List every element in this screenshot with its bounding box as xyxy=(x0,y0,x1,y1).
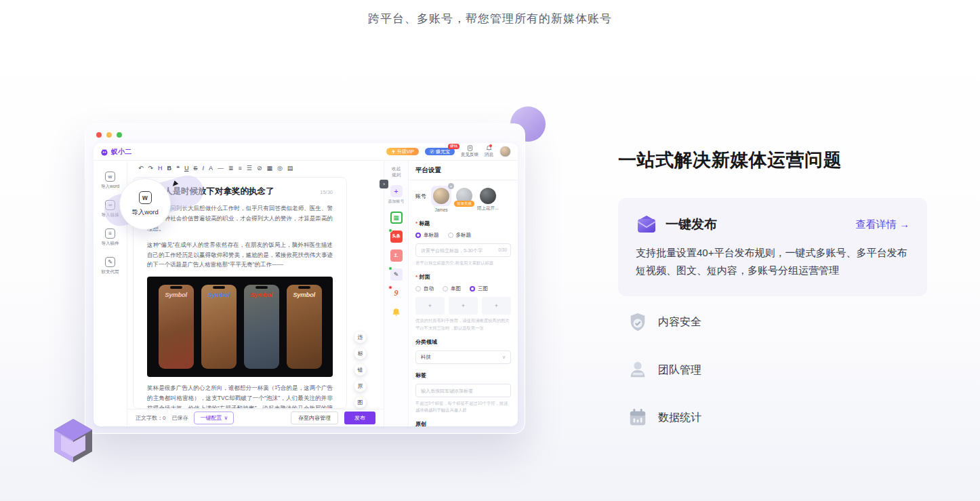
indent-icon[interactable]: ☰ xyxy=(247,165,252,172)
cover-upload-2[interactable]: + xyxy=(449,297,478,315)
image-insert-icon[interactable]: ▦ xyxy=(266,165,272,172)
banned-word-check-button[interactable]: 违 xyxy=(354,332,366,343)
search-icon[interactable]: ◎ xyxy=(277,165,283,172)
cover-upload-3[interactable]: + xyxy=(482,297,511,315)
close-window-button[interactable] xyxy=(96,132,102,138)
doc-settings-icon[interactable]: ▤ xyxy=(287,165,293,172)
cover-section-label: 封面 xyxy=(419,273,430,281)
editor-toolbar[interactable]: ↶ ↷ H B ❝ U S I A — ≣ ≡ ☰ ⊘ ▦ ◎ ▤ xyxy=(127,161,384,176)
image-library-button[interactable]: 图 xyxy=(354,397,366,408)
heading-icon[interactable]: H xyxy=(158,165,163,172)
minimize-window-button[interactable] xyxy=(106,132,112,138)
radio-cover-auto[interactable]: 自动 xyxy=(415,285,434,292)
divider-icon[interactable]: — xyxy=(218,165,224,172)
feature-title: 一键发布 xyxy=(666,216,717,233)
cover-hint-1: 优质的封面有利于推荐，请使用清晰度较高的图片 xyxy=(415,317,511,323)
import-word-callout[interactable]: w 导入word xyxy=(119,178,171,230)
platform-icon-baijia-selected[interactable]: ✎ xyxy=(390,268,403,281)
login-expired-badge: 登录失效 xyxy=(454,201,474,207)
ordered-list-icon[interactable]: ≣ xyxy=(228,165,234,172)
strikethrough-icon[interactable]: S xyxy=(193,165,197,172)
collapse-panel-button[interactable]: › xyxy=(380,180,388,188)
font-color-icon[interactable]: A xyxy=(209,165,213,172)
app-logo: 蚁小二 xyxy=(100,147,131,157)
view-details-link[interactable]: 查看详情 → xyxy=(856,218,910,231)
account-james[interactable]: × James xyxy=(431,186,451,212)
editor-footer: 正文字数：0 已保存 一键配置 ∨ 存至内容管理 发布 xyxy=(127,409,384,426)
typo-check-button[interactable]: 错 xyxy=(354,364,366,376)
calendar-stats-icon xyxy=(628,407,648,428)
platform-ok-dot xyxy=(388,266,392,270)
message-button[interactable]: 消息 xyxy=(485,145,493,158)
tags-label: 标签 xyxy=(415,372,426,379)
feedback-button[interactable]: 意见反馈 xyxy=(461,145,478,158)
draft-doc-icon: ≡ xyxy=(105,228,115,239)
poster-4: Symbol xyxy=(287,285,322,369)
add-account-button[interactable]: + 添加账号 xyxy=(388,185,405,205)
publish-button[interactable]: 发布 xyxy=(344,412,375,424)
avatar xyxy=(480,188,496,204)
paragraph-3: 奖杯是很多广告人的心之所向，谁都想分一杯羹（巧合的是，这两个广告的主角都叫格雷格… xyxy=(147,383,333,409)
chevron-down-icon: ∨ xyxy=(502,355,506,360)
pen-icon: ✎ xyxy=(105,257,115,267)
remove-account-icon[interactable]: × xyxy=(448,183,454,189)
platform-icon-sohu[interactable]: 9 xyxy=(390,287,403,300)
maximize-window-button[interactable] xyxy=(117,132,122,138)
one-key-config-button[interactable]: 一键配置 ∨ xyxy=(194,412,234,424)
sidebar-item-import-word[interactable]: w 导入word xyxy=(101,172,119,190)
app-frame: 蚁小二 升级VIP 赚元宝 赚钱 意见反馈 xyxy=(94,143,518,426)
lightning-icon xyxy=(391,149,396,154)
title-assist-button[interactable]: 标 xyxy=(354,348,366,359)
platform-icon-grid[interactable]: ▦ xyxy=(390,212,403,224)
avatar xyxy=(433,188,449,204)
bell-platform-icon xyxy=(392,308,401,317)
sidebar-item-import-draft[interactable]: ≡ 导入稿件 xyxy=(102,228,119,247)
platform-icon-bell[interactable] xyxy=(390,306,403,319)
platform-settings-panel: › 收起规则 + 添加账号 ▦ 头条 1. ✎ 9 xyxy=(384,161,518,426)
platform-icon-yidian[interactable]: 1. xyxy=(390,249,403,262)
upgrade-vip-button[interactable]: 升级VIP xyxy=(386,148,419,155)
cover-hint-2: 平台不支持三张时，默认选取第一张 xyxy=(415,325,511,331)
radio-multi-title[interactable]: 多标题 xyxy=(448,232,472,239)
sidebar-item-ghostwrite[interactable]: ✎ 软文代写 xyxy=(102,257,119,275)
feature-item-data-statistics[interactable]: 数据统计 xyxy=(628,407,701,428)
radio-cover-three[interactable]: 三图 xyxy=(470,285,488,292)
clear-format-icon[interactable]: ⊘ xyxy=(257,165,262,172)
category-select[interactable]: 科技 ∨ xyxy=(415,350,511,364)
italic-icon[interactable]: I xyxy=(202,165,204,172)
chevron-down-icon: ∨ xyxy=(224,415,228,421)
redo-icon[interactable]: ↷ xyxy=(148,165,154,172)
originality-check-button[interactable]: 原 xyxy=(354,380,366,392)
required-asterisk: * xyxy=(415,220,417,226)
app-toolbar: 蚁小二 升级VIP 赚元宝 赚钱 意见反馈 xyxy=(94,143,518,161)
undo-icon[interactable]: ↶ xyxy=(138,165,144,172)
quote-icon[interactable]: ❝ xyxy=(176,165,180,172)
cover-upload-1[interactable]: + xyxy=(415,297,445,315)
platform-title-input[interactable] xyxy=(415,243,511,257)
paragraph-2: 这种“偏见”在成年人的世界依然存在，在朋友的饭局上，脑外科医生描述自己的工作经历… xyxy=(147,240,333,270)
app-window: 蚁小二 升级VIP 赚元宝 赚钱 意见反馈 xyxy=(85,123,525,434)
underline-icon[interactable]: U xyxy=(184,165,189,172)
align-icon[interactable]: ≡ xyxy=(239,165,242,172)
collapse-rules-label[interactable]: 收起规则 xyxy=(391,166,402,178)
radio-single-title[interactable]: 单标题 xyxy=(415,232,439,239)
bold-icon[interactable]: B xyxy=(167,165,172,172)
poster-2: Symbol xyxy=(201,285,237,369)
team-user-icon xyxy=(628,360,648,380)
window-controls[interactable] xyxy=(96,132,122,138)
feature-card-publish[interactable]: 一键发布 查看详情 → 支持批量设置40+平台发布规则，一键式多账号、多平台发布… xyxy=(618,198,927,296)
feature-item-team-management[interactable]: 团队管理 xyxy=(628,360,701,380)
save-to-content-button[interactable]: 存至内容管理 xyxy=(291,412,338,424)
radio-cover-single[interactable]: 单图 xyxy=(443,285,461,292)
assist-float-buttons: 违 标 错 原 图 xyxy=(354,332,366,408)
word-count: 正文字数：0 xyxy=(136,414,165,422)
section-heading: 一站式解决新媒体运营问题 xyxy=(618,148,842,172)
tags-input[interactable] xyxy=(415,384,511,397)
account-expired[interactable]: 登录失效 xyxy=(456,186,472,212)
earn-coin-button[interactable]: 赚元宝 赚钱 xyxy=(425,148,455,155)
platform-icon-toutiao[interactable]: 头条 xyxy=(390,231,403,243)
account-moshanghuakai[interactable]: 陌上花开... xyxy=(477,186,498,212)
ant-logo-icon xyxy=(100,148,108,156)
user-avatar[interactable] xyxy=(499,146,511,157)
feature-item-content-safety[interactable]: 内容安全 xyxy=(628,312,701,332)
